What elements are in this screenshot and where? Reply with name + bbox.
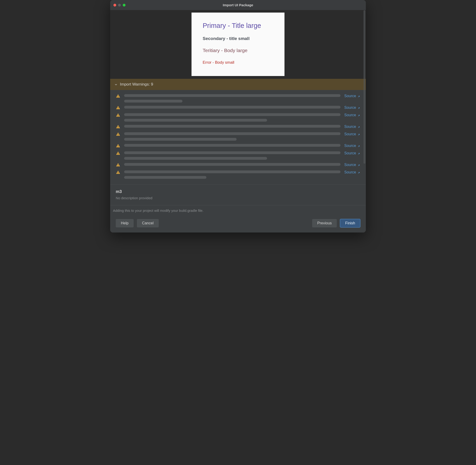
- titlebar: Import UI Package: [110, 0, 366, 10]
- chevron-down-icon: [114, 83, 118, 86]
- preview-area: Primary - Title large Secondary - title …: [110, 10, 366, 79]
- warning-source-link[interactable]: Source: [344, 94, 360, 98]
- warning-text: [124, 106, 341, 109]
- warnings-header-label: Import Warnings: 9: [120, 82, 153, 87]
- warning-source-link[interactable]: Source: [344, 170, 360, 174]
- svg-rect-6: [118, 126, 118, 127]
- svg-rect-5: [118, 116, 118, 116]
- redacted-text: [124, 170, 341, 173]
- preview-secondary-text: Secondary - title small: [203, 36, 273, 41]
- warning-text: [124, 151, 341, 160]
- warning-source-link[interactable]: Source: [344, 163, 360, 167]
- warning-row: Source: [116, 106, 360, 110]
- redacted-text: [124, 119, 267, 122]
- external-link-icon: [357, 163, 360, 166]
- redacted-text: [124, 163, 341, 166]
- warning-row: Source: [116, 151, 360, 160]
- warning-source-label: Source: [344, 170, 356, 174]
- redacted-text: [124, 144, 341, 147]
- redacted-text: [124, 106, 341, 109]
- help-button[interactable]: Help: [116, 219, 134, 227]
- warning-source-link[interactable]: Source: [344, 132, 360, 136]
- redacted-text: [124, 157, 267, 160]
- svg-rect-13: [118, 154, 118, 154]
- warning-source-link[interactable]: Source: [344, 144, 360, 148]
- warning-text: [124, 144, 341, 147]
- package-description: No description provided: [116, 196, 360, 200]
- warning-icon: [116, 151, 120, 156]
- warnings-header[interactable]: Import Warnings: 9: [110, 79, 366, 90]
- svg-rect-17: [118, 173, 118, 173]
- svg-rect-2: [118, 107, 118, 108]
- svg-rect-9: [118, 135, 118, 135]
- warning-source-link[interactable]: Source: [344, 125, 360, 129]
- warning-icon: [116, 113, 120, 117]
- footer-note: Adding this to your project will modify …: [110, 205, 366, 216]
- warning-source-label: Source: [344, 151, 356, 155]
- warning-icon: [116, 105, 120, 110]
- svg-rect-16: [118, 172, 118, 173]
- warning-text: [124, 113, 341, 122]
- svg-rect-3: [118, 108, 118, 109]
- preview-error-text: Error - Body small: [203, 60, 273, 65]
- external-link-icon: [357, 144, 360, 147]
- external-link-icon: [357, 152, 360, 155]
- warning-icon: [116, 162, 120, 167]
- dialog-window: Import UI Package Primary - Title large …: [110, 0, 366, 232]
- warning-text: [124, 94, 341, 103]
- scrollbar[interactable]: [363, 10, 365, 164]
- warning-text: [124, 170, 341, 179]
- warning-row: Source: [116, 132, 360, 141]
- warning-source-label: Source: [344, 132, 356, 136]
- preview-tertiary-text: Teritiary - Body large: [203, 48, 273, 53]
- redacted-text: [124, 125, 341, 128]
- redacted-text: [124, 94, 341, 97]
- warnings-list: SourceSourceSourceSourceSourceSourceSour…: [110, 90, 366, 184]
- svg-rect-0: [118, 95, 118, 96]
- redacted-text: [124, 138, 237, 141]
- svg-rect-10: [118, 145, 118, 146]
- svg-rect-12: [118, 153, 118, 154]
- redacted-text: [124, 132, 341, 135]
- warning-icon: [116, 132, 120, 137]
- svg-rect-1: [118, 97, 118, 97]
- warning-icon: [116, 94, 120, 98]
- external-link-icon: [357, 133, 360, 136]
- external-link-icon: [357, 125, 360, 128]
- cancel-button[interactable]: Cancel: [137, 219, 159, 227]
- warning-row: Source: [116, 94, 360, 103]
- warning-source-label: Source: [344, 106, 356, 110]
- warning-text: [124, 163, 341, 166]
- external-link-icon: [357, 114, 360, 116]
- warning-row: Source: [116, 125, 360, 129]
- warning-row: Source: [116, 144, 360, 148]
- redacted-text: [124, 113, 341, 116]
- warning-source-link[interactable]: Source: [344, 106, 360, 110]
- warning-row: Source: [116, 163, 360, 167]
- svg-rect-8: [118, 134, 118, 135]
- warning-icon: [116, 143, 120, 148]
- warning-source-label: Source: [344, 113, 356, 117]
- svg-rect-14: [118, 164, 118, 165]
- redacted-text: [124, 100, 182, 103]
- redacted-text: [124, 151, 341, 154]
- previous-button[interactable]: Previous: [312, 219, 337, 227]
- warning-text: [124, 125, 341, 128]
- finish-button[interactable]: Finish: [340, 219, 360, 227]
- warning-source-label: Source: [344, 94, 356, 98]
- external-link-icon: [357, 95, 360, 97]
- external-link-icon: [357, 171, 360, 174]
- svg-rect-7: [118, 127, 118, 128]
- warning-source-link[interactable]: Source: [344, 151, 360, 155]
- window-title: Import UI Package: [110, 3, 366, 7]
- svg-rect-11: [118, 147, 118, 147]
- svg-rect-4: [118, 115, 118, 116]
- package-name: m3: [116, 189, 360, 194]
- svg-rect-15: [118, 166, 118, 166]
- warning-icon: [116, 170, 120, 175]
- warning-row: Source: [116, 113, 360, 122]
- package-meta: m3 No description provided: [110, 184, 366, 205]
- warning-text: [124, 132, 341, 141]
- warning-source-link[interactable]: Source: [344, 113, 360, 117]
- warning-row: Source: [116, 170, 360, 179]
